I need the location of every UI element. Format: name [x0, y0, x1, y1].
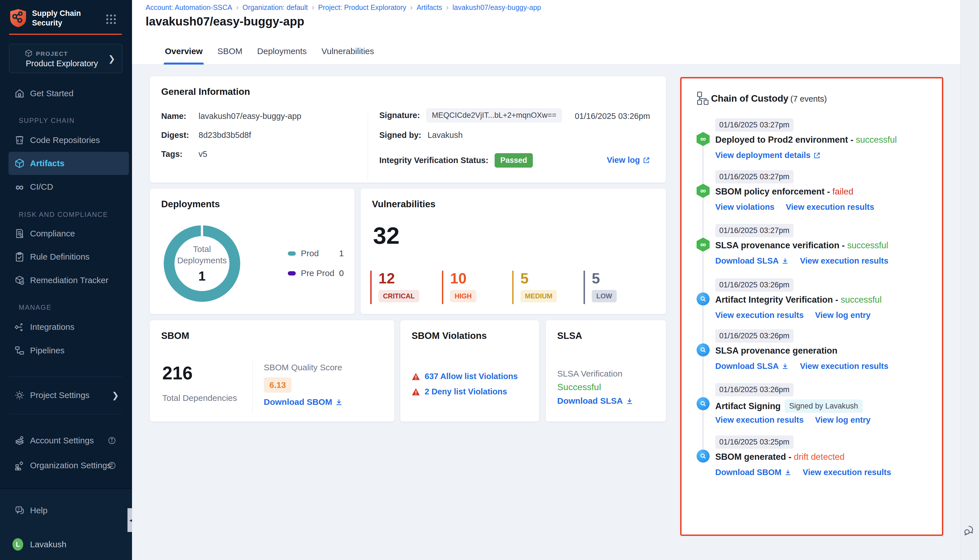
- sidebar-item-organization-settings[interactable]: Organization Settings: [0, 454, 132, 477]
- low-badge: LOW: [592, 290, 617, 302]
- view-execution-results-link[interactable]: View execution results: [803, 468, 891, 477]
- sidebar-item-label: Pipelines: [30, 346, 65, 355]
- deny-list-violations-link[interactable]: 2 Deny list Violations: [424, 387, 507, 397]
- breadcrumb-separator: ›: [446, 3, 448, 12]
- tab-bar: Overview SBOM Deployments Vulnerabilitie…: [164, 42, 375, 65]
- sidebar-item-label: Compliance: [30, 229, 75, 238]
- sidebar-item-account-settings[interactable]: Account Settings: [0, 429, 132, 452]
- custody-event-artifact-integrity: 01/16/2025 03:26pm Artifact Integrity Ve…: [682, 278, 942, 327]
- tab-overview[interactable]: Overview: [164, 42, 204, 65]
- signature-label: Signature:: [379, 111, 420, 120]
- signed-by-value: Lavakush: [428, 130, 463, 140]
- view-execution-results-link[interactable]: View execution results: [715, 415, 804, 425]
- high-count: 10: [450, 271, 476, 286]
- sidebar-item-compliance[interactable]: Compliance: [0, 222, 132, 245]
- sidebar-item-code-repositories[interactable]: Code Repositories: [0, 128, 132, 152]
- view-violations-link[interactable]: View violations: [715, 202, 775, 212]
- avatar-initial: L: [16, 540, 20, 548]
- sidebar-user[interactable]: L Lavakush: [0, 533, 132, 556]
- prod-legend-value: 1: [339, 248, 344, 258]
- sidebar-section-risk: RISK AND COMPLIANCE: [19, 211, 108, 218]
- remediation-box-icon: [14, 275, 25, 286]
- low-count: 5: [592, 271, 617, 286]
- download-slsa-link[interactable]: Download SLSA: [715, 362, 789, 371]
- severity-bar: [583, 271, 585, 304]
- allow-list-violations-link[interactable]: 637 Allow list Violations: [424, 372, 518, 381]
- digest-value: 8d23bd3b5d8f: [199, 130, 251, 140]
- download-slsa-link[interactable]: Download SLSA: [557, 396, 633, 406]
- chain-title: Chain of Custody: [711, 93, 789, 104]
- view-execution-results-link[interactable]: View execution results: [715, 310, 804, 320]
- sidebar-footer: ? Help L Lavakush: [0, 488, 132, 560]
- breadcrumb-account[interactable]: Account: Automation-SSCA: [145, 3, 232, 12]
- sidebar-item-integrations[interactable]: Integrations: [0, 315, 132, 338]
- download-sbom-link[interactable]: Download SBOM: [264, 397, 343, 407]
- breadcrumb-organization[interactable]: Organization: default: [242, 3, 308, 12]
- sbom-total: 216: [162, 363, 193, 383]
- event-status: successful: [841, 295, 882, 305]
- ssca-step-icon: [697, 397, 710, 411]
- sidebar-item-label: CI/CD: [30, 182, 53, 192]
- event-title: Artifact Signing: [715, 401, 781, 412]
- view-execution-results-link[interactable]: View execution results: [800, 362, 888, 371]
- app-title: Supply Chain Security: [32, 8, 103, 28]
- download-slsa-link[interactable]: Download SLSA: [715, 256, 789, 265]
- sidebar-item-help[interactable]: ? Help: [0, 499, 132, 522]
- info-icon[interactable]: [108, 436, 116, 445]
- breadcrumb-separator: ›: [410, 3, 413, 12]
- legend-item-pre-prod: Pre Prod: [288, 268, 334, 278]
- sidebar-item-rule-definitions[interactable]: Rule Definitions: [0, 245, 132, 268]
- layers-gear-icon: [14, 435, 25, 446]
- breadcrumb-project[interactable]: Project: Product Exploratory: [318, 3, 406, 12]
- download-sbom-link[interactable]: Download SBOM: [715, 468, 792, 477]
- sidebar-item-artifacts[interactable]: Artifacts: [8, 152, 129, 175]
- sidebar-item-get-started[interactable]: Get Started: [0, 82, 132, 105]
- view-log-link[interactable]: View log: [607, 155, 650, 165]
- module-grid-icon[interactable]: [105, 13, 117, 25]
- severity-bar: [370, 271, 372, 304]
- signature-date: 01/16/2025 03:26pm: [575, 112, 650, 121]
- breadcrumb-artifact-name[interactable]: lavakush07/easy-buggy-app: [453, 3, 541, 12]
- download-icon: [782, 363, 789, 370]
- view-log-entry-link[interactable]: View log entry: [815, 310, 870, 320]
- sidebar-item-remediation-tracker[interactable]: Remediation Tracker: [0, 269, 132, 292]
- sidebar-item-label: Artifacts: [30, 158, 65, 168]
- vulnerabilities-total: 32: [373, 222, 399, 250]
- custody-event-slsa-generation: 01/16/2025 03:26pm SLSA provenance gener…: [682, 329, 942, 377]
- view-execution-results-link[interactable]: View execution results: [786, 202, 874, 212]
- tab-deployments[interactable]: Deployments: [256, 42, 308, 65]
- divider: [252, 360, 253, 413]
- event-timestamp: 01/16/2025 03:27pm: [715, 224, 794, 237]
- sidebar-item-project-settings[interactable]: Project Settings ❯: [0, 383, 132, 407]
- project-name: Product Exploratory: [26, 59, 98, 68]
- pipelines-icon: [14, 345, 25, 356]
- code-repository-icon: [14, 135, 25, 145]
- tab-vulnerabilities[interactable]: Vulnerabilities: [321, 42, 375, 65]
- sidebar-item-label: Rule Definitions: [30, 252, 90, 262]
- gear-icon: [14, 390, 25, 401]
- sidebar-item-label: Project Settings: [30, 390, 90, 400]
- view-execution-results-link[interactable]: View execution results: [800, 256, 888, 265]
- chat-launcher-icon[interactable]: [963, 524, 976, 538]
- sidebar-item-cicd[interactable]: ∞ CI/CD: [0, 175, 132, 198]
- tab-sbom[interactable]: SBOM: [216, 42, 243, 65]
- view-deployment-details-link[interactable]: View deployment details: [715, 151, 821, 160]
- severity-bar: [442, 271, 443, 304]
- pipeline-hexagon-icon: ∞: [697, 184, 710, 198]
- event-title: SBOM policy enforcement: [715, 187, 825, 197]
- high-badge: HIGH: [450, 290, 476, 302]
- download-icon: [784, 469, 792, 476]
- view-log-entry-link[interactable]: View log entry: [815, 415, 870, 425]
- avatar: L: [12, 539, 23, 550]
- ssca-step-icon: [697, 449, 710, 463]
- signed-by-badge: Signed by Lavakush: [785, 400, 862, 413]
- breadcrumb-artifacts[interactable]: Artifacts: [417, 3, 442, 12]
- info-icon[interactable]: [108, 461, 116, 470]
- help-chat-icon: ?: [14, 505, 25, 516]
- event-separator: -: [825, 187, 832, 197]
- project-selector[interactable]: PROJECT Product Exploratory ❯: [9, 44, 122, 73]
- event-status: successful: [856, 135, 897, 145]
- sidebar-item-pipelines[interactable]: Pipelines: [0, 339, 132, 362]
- card-title: Deployments: [161, 199, 220, 210]
- sbom-card: SBOM 216 Total Dependencies SBOM Quality…: [150, 320, 394, 422]
